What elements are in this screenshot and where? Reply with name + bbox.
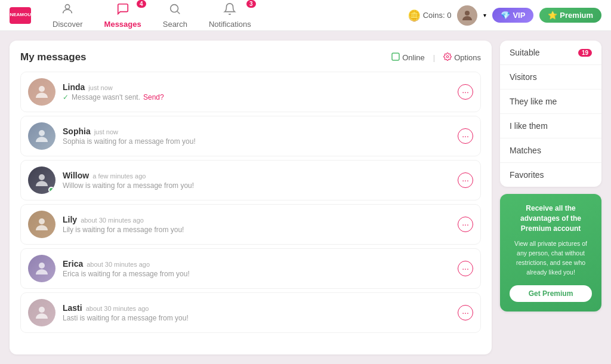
sidebar-item-label-i-like-them: I like them — [510, 121, 548, 131]
msg-more-erica[interactable]: ··· — [458, 261, 473, 276]
svg-point-1 — [171, 4, 178, 12]
online-label: Online — [402, 53, 425, 62]
nav-notifications-label: Notifications — [209, 20, 251, 29]
premium-button[interactable]: ⭐ Premium — [539, 8, 601, 23]
msg-body-erica: Erica about 30 minutes ago Erica is wait… — [63, 259, 458, 278]
sidebar-item-i-like-them[interactable]: I like them — [500, 114, 601, 138]
message-item-erica[interactable]: Erica about 30 minutes ago Erica is wait… — [20, 248, 481, 289]
user-avatar[interactable] — [457, 5, 477, 26]
msg-more-sophia[interactable]: ··· — [458, 128, 473, 144]
messages-actions: Online | Options — [391, 53, 481, 63]
message-item-sophia[interactable]: Sophia just now Sophia is waiting for a … — [20, 116, 481, 156]
sidebar-item-favorites[interactable]: Favorites — [500, 163, 601, 187]
messages-icon — [116, 2, 129, 18]
svg-point-6 — [39, 86, 45, 92]
message-item-lily[interactable]: Lily about 30 minutes ago Lily is waitin… — [20, 204, 481, 245]
coins-icon: 🪙 — [408, 9, 421, 22]
msg-name-lasti: Lasti — [63, 303, 82, 313]
sidebar-badge-suitable: 19 — [578, 49, 592, 57]
header-right: 🪙 Coins: 0 ▾ 💎 VIP ⭐ Premium — [408, 5, 601, 26]
msg-preview-erica: Erica is waiting for a message from you! — [63, 270, 458, 278]
svg-point-9 — [39, 218, 45, 224]
notifications-badge: 3 — [246, 0, 256, 8]
avatar-sophia — [28, 122, 55, 150]
msg-more-willow[interactable]: ··· — [458, 172, 473, 188]
avatar-lasti — [28, 299, 55, 326]
msg-time-linda: just now — [88, 84, 112, 91]
msg-name-linda: Linda — [63, 82, 85, 92]
avatar-linda — [28, 78, 55, 106]
avatar-willow — [28, 166, 55, 194]
message-item-lasti[interactable]: Lasti about 30 minutes ago Lasti is wait… — [20, 292, 481, 333]
nav-discover-label: Discover — [53, 20, 83, 29]
svg-rect-4 — [392, 53, 399, 60]
sidebar-item-matches[interactable]: Matches — [500, 138, 601, 163]
avatar-lily — [28, 211, 55, 238]
msg-body-lasti: Lasti about 30 minutes ago Lasti is wait… — [63, 303, 458, 322]
msg-preview-sophia: Sophia is waiting for a message from you… — [63, 137, 458, 146]
online-indicator — [48, 187, 54, 193]
nav-discover[interactable]: Discover — [43, 0, 92, 31]
options-label: Options — [454, 53, 481, 62]
notifications-icon — [223, 2, 236, 18]
sidebar-item-they-like-me[interactable]: They like me — [500, 90, 601, 114]
msg-time-sophia: just now — [94, 128, 118, 135]
nav-notifications[interactable]: 3 Notifications — [199, 0, 261, 31]
svg-point-7 — [39, 130, 45, 136]
get-premium-button[interactable]: Get Premium — [510, 285, 592, 302]
premium-card: Receive all the advantages of the Premiu… — [500, 194, 601, 311]
msg-time-lily: about 30 minutes ago — [81, 217, 144, 224]
msg-name-willow: Willow — [63, 171, 89, 180]
nav-messages[interactable]: 4 Messages — [95, 0, 151, 31]
msg-body-linda: Linda just now ✓ Message wasn't sent. Se… — [63, 82, 458, 101]
sidebar-item-label-visitors: Visitors — [510, 72, 537, 82]
svg-point-5 — [446, 55, 449, 58]
vip-icon: 💎 — [501, 11, 510, 20]
sidebar-item-label-they-like-me: They like me — [510, 97, 557, 106]
msg-preview-linda: ✓ Message wasn't sent. Send? — [63, 93, 458, 101]
msg-time-erica: about 30 minutes ago — [87, 261, 150, 268]
msg-name-erica: Erica — [63, 259, 83, 269]
sidebar-item-visitors[interactable]: Visitors — [500, 65, 601, 90]
options-filter[interactable]: Options — [443, 53, 481, 63]
coins-label: Coins: 0 — [423, 11, 452, 20]
messages-title: My messages — [20, 51, 87, 63]
check-icon: ✓ — [63, 93, 69, 101]
vip-button[interactable]: 💎 VIP — [492, 8, 533, 23]
right-sidebar: Suitable 19 Visitors They like me I like… — [500, 41, 601, 354]
logo-box: ONE AMOUR — [10, 7, 31, 24]
avatar-chevron[interactable]: ▾ — [483, 12, 486, 18]
svg-line-2 — [178, 11, 180, 14]
msg-preview-lasti: Lasti is waiting for a message from you! — [63, 314, 458, 322]
premium-card-desc: View all private pictures of any person,… — [510, 239, 592, 277]
msg-more-lasti[interactable]: ··· — [458, 305, 473, 320]
msg-more-linda[interactable]: ··· — [458, 84, 473, 100]
svg-point-3 — [465, 11, 470, 16]
online-checkbox-icon — [391, 53, 400, 63]
sidebar-item-suitable[interactable]: Suitable 19 — [500, 41, 601, 65]
svg-point-8 — [39, 174, 45, 180]
online-filter[interactable]: Online — [391, 53, 425, 63]
nav-search-label: Search — [163, 20, 187, 29]
msg-body-lily: Lily about 30 minutes ago Lily is waitin… — [63, 215, 458, 234]
msg-more-lily[interactable]: ··· — [458, 217, 473, 232]
messages-list: Linda just now ✓ Message wasn't sent. Se… — [20, 72, 481, 333]
msg-body-sophia: Sophia just now Sophia is waiting for a … — [63, 127, 458, 146]
nav-messages-label: Messages — [104, 20, 141, 29]
coins-area[interactable]: 🪙 Coins: 0 — [408, 9, 452, 22]
avatar-erica — [28, 255, 55, 282]
nav-search[interactable]: Search — [153, 0, 197, 31]
msg-name-lily: Lily — [63, 215, 77, 224]
messages-panel: My messages Online | — [10, 41, 492, 354]
send-link[interactable]: Send? — [143, 93, 164, 101]
messages-header: My messages Online | — [20, 51, 481, 63]
message-item-linda[interactable]: Linda just now ✓ Message wasn't sent. Se… — [20, 72, 481, 112]
discover-icon — [61, 2, 74, 18]
msg-preview-lily: Lily is waiting for a message from you! — [63, 226, 458, 234]
msg-preview-willow: Willow is waiting for a message from you… — [63, 181, 458, 190]
premium-star-icon: ⭐ — [548, 11, 557, 20]
message-item-willow[interactable]: Willow a few minutes ago Willow is waiti… — [20, 160, 481, 200]
svg-point-11 — [39, 307, 45, 313]
logo[interactable]: ONE AMOUR — [10, 7, 31, 24]
premium-card-title: Receive all the advantages of the Premiu… — [510, 203, 592, 233]
